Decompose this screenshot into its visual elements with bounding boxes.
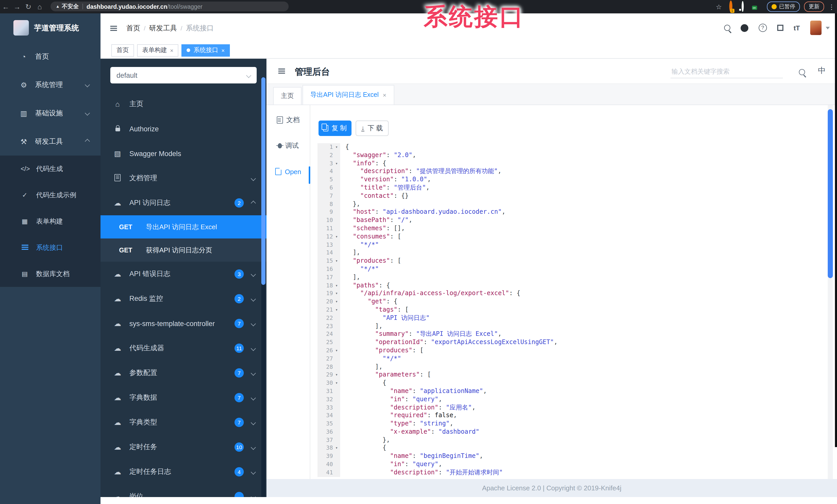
profile-paused-button[interactable]: 已暂停 bbox=[767, 2, 800, 12]
browser-forward-button[interactable]: → bbox=[11, 3, 23, 11]
sidebar-item-基础设施[interactable]: ▥基础设施 bbox=[0, 99, 101, 127]
tag-close-icon[interactable]: × bbox=[221, 47, 225, 53]
user-avatar[interactable] bbox=[810, 21, 821, 35]
fold-toggle-icon[interactable]: ▾ bbox=[333, 379, 340, 387]
user-menu-caret-icon[interactable] bbox=[826, 26, 830, 29]
fold-toggle-icon[interactable]: ▾ bbox=[333, 371, 340, 379]
bookmark-star-icon[interactable]: ☆ bbox=[716, 3, 722, 11]
api-menu-Swagger Models[interactable]: ▧Swagger Models bbox=[101, 141, 266, 166]
fold-toggle-icon[interactable]: ▾ bbox=[333, 298, 340, 306]
api-menu-sys-sms-template-controller[interactable]: ☁sys-sms-template-controller7 bbox=[101, 311, 266, 336]
doc-tab-close-icon[interactable]: × bbox=[383, 91, 386, 99]
browser-home-button[interactable]: ⌂ bbox=[34, 3, 46, 11]
api-menu-API 错误日志[interactable]: ☁API 错误日志3 bbox=[101, 262, 266, 286]
fold-toggle-icon[interactable]: ▾ bbox=[333, 160, 340, 168]
extension-green-icon[interactable] bbox=[742, 2, 744, 11]
breadcrumb-item[interactable]: 首页 bbox=[126, 24, 140, 33]
font-size-icon[interactable]: tT bbox=[794, 24, 800, 32]
download-button[interactable]: ↓ 下 载 bbox=[356, 120, 389, 136]
fullscreen-icon[interactable] bbox=[777, 25, 783, 31]
code-text: "operationId": "exportApiAccessLogExcelU… bbox=[340, 338, 558, 347]
view-tag-首页[interactable]: 首页 bbox=[111, 44, 134, 56]
sidebar-item-研发工具[interactable]: ⚒研发工具 bbox=[0, 127, 101, 155]
doc-nav-Open[interactable]: Open bbox=[266, 161, 310, 182]
api-menu-定时任务[interactable]: ☁定时任务10 bbox=[101, 435, 266, 460]
fold-toggle-icon[interactable]: ▾ bbox=[333, 290, 340, 298]
api-menu-代码生成器[interactable]: ☁代码生成器11 bbox=[101, 336, 266, 360]
api-endpoint-导出API 访问日志 Excel[interactable]: GET导出API 访问日志 Excel bbox=[101, 215, 266, 239]
fold-toggle-icon[interactable]: ▾ bbox=[333, 444, 340, 452]
copy-button[interactable]: 复 制 bbox=[319, 120, 352, 136]
browser-update-button[interactable]: 更新 bbox=[804, 2, 824, 12]
doc-tab-导出API 访问日志 Excel[interactable]: 导出API 访问日志 Excel× bbox=[303, 85, 394, 105]
github-icon[interactable] bbox=[741, 24, 748, 32]
page-scrollbar-thumb[interactable] bbox=[828, 109, 833, 278]
fold-toggle-icon[interactable]: ▾ bbox=[333, 347, 340, 355]
line-number: 12 bbox=[318, 233, 333, 241]
api-menu-文档管理[interactable]: 文档管理 bbox=[101, 166, 266, 191]
doc-tab-主页[interactable]: 主页 bbox=[273, 87, 302, 105]
gutter: 8 bbox=[318, 200, 340, 208]
browser-reload-button[interactable]: ↻ bbox=[23, 3, 34, 11]
api-menu-字典类型[interactable]: ☁字典类型7 bbox=[101, 410, 266, 435]
code-text: "info": { bbox=[340, 160, 386, 168]
doc-search-icon[interactable] bbox=[799, 68, 805, 77]
fold-toggle-icon[interactable]: ▾ bbox=[333, 143, 340, 151]
fold-toggle-icon[interactable]: ▾ bbox=[333, 281, 340, 290]
browser-back-button[interactable]: ← bbox=[0, 3, 11, 11]
sidebar-item-首页[interactable]: ◔首页 bbox=[0, 42, 101, 71]
fold-spacer bbox=[333, 387, 340, 396]
line-number: 35 bbox=[318, 420, 333, 428]
sidebar-subitem-系统接口[interactable]: 系统接口 bbox=[0, 235, 101, 261]
fold-toggle-icon[interactable]: ▾ bbox=[333, 306, 340, 314]
browser-menu-icon[interactable]: ⋮ bbox=[828, 3, 835, 11]
sidebar-subitem-代码生成[interactable]: </>代码生成 bbox=[0, 155, 101, 182]
sidebar-collapse-icon[interactable] bbox=[110, 26, 117, 31]
fold-toggle-icon[interactable]: ▾ bbox=[333, 233, 340, 241]
api-menu-字典数据[interactable]: ☁字典数据7 bbox=[101, 385, 266, 410]
header-search-icon[interactable] bbox=[724, 25, 730, 31]
api-menu-label: Swagger Models bbox=[129, 150, 181, 157]
api-menu-定时任务日志[interactable]: ☁定时任务日志4 bbox=[101, 460, 266, 484]
breadcrumb-item[interactable]: 研发工具 bbox=[149, 24, 177, 33]
http-method-label: GET bbox=[119, 223, 146, 230]
fold-spacer bbox=[333, 208, 340, 217]
help-icon[interactable]: ? bbox=[759, 24, 767, 32]
api-endpoint-获得API 访问日志分页[interactable]: GET获得API 访问日志分页 bbox=[101, 239, 266, 262]
doc-search-input[interactable]: 输入文档关键字搜索 bbox=[671, 66, 783, 78]
api-menu-API 访问日志[interactable]: ☁API 访问日志2 bbox=[101, 191, 266, 215]
sidebar-subitem-数据库文档[interactable]: ▤数据库文档 bbox=[0, 261, 101, 287]
line-number: 18 bbox=[318, 281, 333, 290]
doc-nav-调试[interactable]: 调试 bbox=[266, 135, 310, 156]
view-tag-bar: 首页表单构建×系统接口× bbox=[101, 42, 837, 59]
sidebar-item-系统管理[interactable]: ⚙系统管理 bbox=[0, 71, 101, 99]
tag-close-icon[interactable]: × bbox=[170, 47, 174, 53]
doc-nav-label: Open bbox=[285, 168, 301, 175]
doc-fold-icon[interactable] bbox=[278, 69, 285, 74]
chevron-down-icon bbox=[251, 469, 256, 474]
line-number: 9 bbox=[318, 208, 333, 217]
sidebar-subitem-代码生成示例[interactable]: ✓代码生成示例 bbox=[0, 182, 101, 208]
cloud-icon: ☁ bbox=[113, 319, 122, 328]
api-menu-岗位[interactable]: ☁岗位 bbox=[101, 484, 266, 497]
json-code-editor[interactable]: 1▾{2 "swagger": "2.0",3▾ "info": {4 "des… bbox=[318, 143, 830, 479]
doc-nav-文档[interactable]: 文档 bbox=[266, 109, 310, 131]
extension-colorpicker-icon[interactable]: 1 bbox=[729, 2, 732, 11]
api-menu-参数配置[interactable]: ☁参数配置7 bbox=[101, 360, 266, 385]
code-text: "API 访问日志" bbox=[340, 314, 430, 322]
infra-icon: ▥ bbox=[20, 109, 28, 117]
docm-icon bbox=[113, 174, 122, 183]
api-menu-Redis 监控[interactable]: ☁Redis 监控2 bbox=[101, 286, 266, 311]
sidebar-subitem-表单构建[interactable]: ▦表单构建 bbox=[0, 208, 101, 235]
view-tag-系统接口[interactable]: 系统接口× bbox=[182, 44, 230, 56]
chevron-down-icon bbox=[251, 296, 256, 301]
fold-toggle-icon[interactable]: ▾ bbox=[333, 257, 340, 265]
api-menu-主页[interactable]: ⌂主页 bbox=[101, 92, 266, 116]
language-toggle[interactable]: 中 bbox=[818, 66, 826, 76]
api-group-select[interactable]: default bbox=[110, 67, 257, 83]
view-tag-表单构建[interactable]: 表单构建× bbox=[137, 44, 179, 56]
sidebar-scrollbar-thumb[interactable] bbox=[261, 77, 265, 285]
api-menu-Authorize[interactable]: Authorize bbox=[101, 116, 266, 141]
endpoint-label: 导出API 访问日志 Excel bbox=[146, 222, 217, 231]
address-bar[interactable]: ▲ 不安全 dashboard.yudao.iocoder.cn/tool/sw… bbox=[51, 2, 289, 11]
